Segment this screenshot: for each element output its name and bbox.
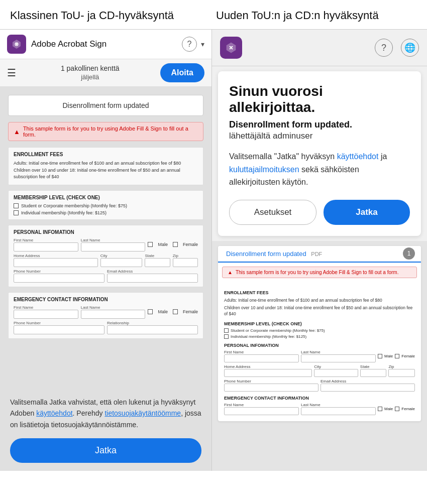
doc-warning-icon: ▲ [228, 270, 233, 275]
state-field[interactable] [145, 258, 170, 267]
app-title: Adobe Acrobat Sign [31, 39, 182, 49]
emg-male-checkbox[interactable] [148, 309, 153, 314]
help-icon[interactable]: ? [182, 37, 197, 52]
sign-buttons: Asetukset Jatka [229, 200, 410, 225]
right-form-area: Disenrollment form updated PDF 1 ▲ This … [212, 241, 427, 471]
enrollment-line1: Adults: Initial one-time enrollment fee … [14, 160, 198, 167]
male-checkbox[interactable] [148, 242, 153, 247]
personal-title: PERSONAL INFOMATION [14, 229, 198, 235]
membership-checkbox2[interactable] [14, 210, 19, 215]
doc-personal-title: PERSONAL INFOMATION [224, 343, 415, 348]
doc-addr-field[interactable] [224, 369, 312, 377]
left-panel-title: Klassinen ToU- ja CD-hyväksyntä [10, 9, 211, 22]
doc-addr-label: Home Address [224, 364, 312, 369]
doc-enrollment-line2: Children over 10 and under 18: Initial o… [224, 305, 415, 318]
right-acrobat-logo [220, 37, 242, 59]
left-header: Adobe Acrobat Sign ? ▾ [0, 30, 211, 59]
doc-female-checkbox[interactable] [395, 354, 399, 358]
doc-emg-lname-field[interactable] [301, 407, 376, 415]
left-warning-bar: ▲ This sample form is for you to try usi… [8, 122, 203, 141]
doc-city-label: City [314, 364, 358, 369]
doc-state-label: State [360, 364, 387, 369]
doc-zip-field[interactable] [388, 369, 415, 377]
continue-button-left[interactable]: Jatka [10, 438, 201, 463]
header-icons: ? ▾ [182, 37, 204, 52]
emg-first-label: First Name [14, 305, 78, 310]
city-field[interactable] [100, 258, 143, 267]
continue-button-right[interactable]: Jatka [324, 200, 410, 225]
hamburger-icon[interactable]: ☰ [7, 67, 16, 79]
terms-link-right[interactable]: käyttöehdot [337, 152, 379, 161]
membership-option1-row: Student or Corporate membership (Monthly… [14, 203, 198, 208]
settings-button-right[interactable]: Asetukset [229, 200, 316, 225]
right-globe-icon[interactable]: 🌐 [401, 39, 419, 57]
membership-checkbox1[interactable] [14, 203, 19, 208]
enrollment-line2: Children over 10 and under 18: Initial o… [14, 167, 198, 181]
emg-relationship-field[interactable] [107, 325, 198, 334]
membership-title: MEMBERSHIP LEVEL (CHECK ONE) [14, 195, 198, 200]
chevron-down-icon[interactable]: ▾ [201, 40, 204, 48]
doc-zip-label: Zip [388, 364, 415, 369]
phone-label: Phone Number [14, 269, 104, 274]
warning-triangle-icon: ▲ [14, 128, 20, 136]
first-name-label: First Name [14, 238, 78, 242]
emg-female-checkbox[interactable] [173, 309, 178, 314]
doc-checkbox2[interactable] [224, 334, 229, 339]
left-toolbar: ☰ 1 pakollinen kenttä jäljellä Aloita [0, 59, 211, 87]
city-label: City [100, 254, 143, 258]
top-labels: Klassinen ToU- ja CD-hyväksyntä Uuden To… [0, 0, 427, 29]
membership-section: MEMBERSHIP LEVEL (CHECK ONE) Student or … [8, 190, 203, 220]
consumer-link-right[interactable]: kuluttajailmoituksen [229, 165, 299, 174]
sign-title: Sinun vuorosi allekirjoittaa. [229, 83, 410, 115]
enrollment-title: ENROLLMENT FEES [14, 152, 198, 157]
emg-gender-row: Male Female [148, 309, 198, 314]
sign-subtitle: Disenrollment form updated. [229, 119, 410, 130]
doc-membership-title: MEMBERSHIP LEVEL (CHECK ONE) [224, 321, 415, 326]
right-help-icon[interactable]: ? [375, 39, 393, 57]
page-indicator: 1 [403, 247, 415, 260]
aloita-button[interactable]: Aloita [160, 63, 204, 82]
last-name-label: Last Name [81, 238, 146, 242]
acrobat-logo [7, 35, 26, 54]
doc-city-field[interactable] [314, 369, 358, 377]
left-form-content: Disenrollment form updated ▲ This sample… [0, 87, 211, 389]
emg-relationship-label: Relationship [107, 321, 198, 325]
doc-lname-label: Last Name [301, 350, 376, 354]
doc-male-checkbox[interactable] [378, 354, 382, 358]
doc-checkbox1[interactable] [224, 328, 229, 333]
emg-last-field[interactable] [81, 310, 146, 319]
right-header: ? 🌐 [212, 30, 427, 66]
doc-phone-field[interactable] [224, 384, 318, 392]
sign-modal: Sinun vuorosi allekirjoittaa. Disenrollm… [218, 71, 421, 236]
emg-first-field[interactable] [14, 310, 78, 319]
emergency-title: EMERGENCY CONTACT INFORMATION [14, 297, 198, 302]
enrollment-section: ENROLLMENT FEES Adults: Initial one-time… [8, 147, 203, 185]
left-bottom: Valitsemalla Jatka vahvistat, että olen … [0, 389, 211, 471]
doc-state-field[interactable] [360, 369, 387, 377]
terms-link-left[interactable]: käyttöehdot [36, 409, 72, 417]
right-panel-title: Uuden ToU:n ja CD:n hyväksyntä [211, 9, 417, 22]
doc-emg-fname-label: First Name [224, 403, 299, 407]
email-field[interactable] [107, 274, 198, 283]
doc-fname-field[interactable] [224, 354, 299, 362]
address-field[interactable] [14, 258, 98, 267]
phone-field[interactable] [14, 274, 104, 283]
form-doc-container: Disenrollment form updated PDF 1 ▲ This … [218, 246, 421, 421]
right-panel: ? 🌐 Sinun vuorosi allekirjoittaa. Disenr… [212, 30, 427, 471]
zip-field[interactable] [173, 258, 198, 267]
emergency-section: EMERGENCY CONTACT INFORMATION First Name… [8, 292, 203, 339]
doc-email-label: Email Address [321, 379, 415, 384]
emg-phone-field[interactable] [14, 325, 104, 334]
doc-tab[interactable]: Disenrollment form updated PDF [224, 246, 324, 263]
doc-emg-fname-field[interactable] [224, 407, 299, 415]
toolbar-required-text: 1 pakollinen kenttä jäljellä [25, 64, 155, 81]
first-name-field[interactable] [14, 242, 78, 251]
doc-lname-field[interactable] [301, 354, 376, 362]
left-panel: Adobe Acrobat Sign ? ▾ ☰ 1 pakollinen ke… [0, 30, 212, 471]
female-checkbox[interactable] [173, 242, 178, 247]
doc-email-field[interactable] [321, 384, 415, 392]
doc-emg-female-checkbox[interactable] [395, 407, 399, 411]
privacy-link-left[interactable]: tietosuojakäytäntöömme [104, 409, 181, 417]
last-name-field[interactable] [81, 242, 146, 251]
doc-emg-male-checkbox[interactable] [378, 407, 382, 411]
